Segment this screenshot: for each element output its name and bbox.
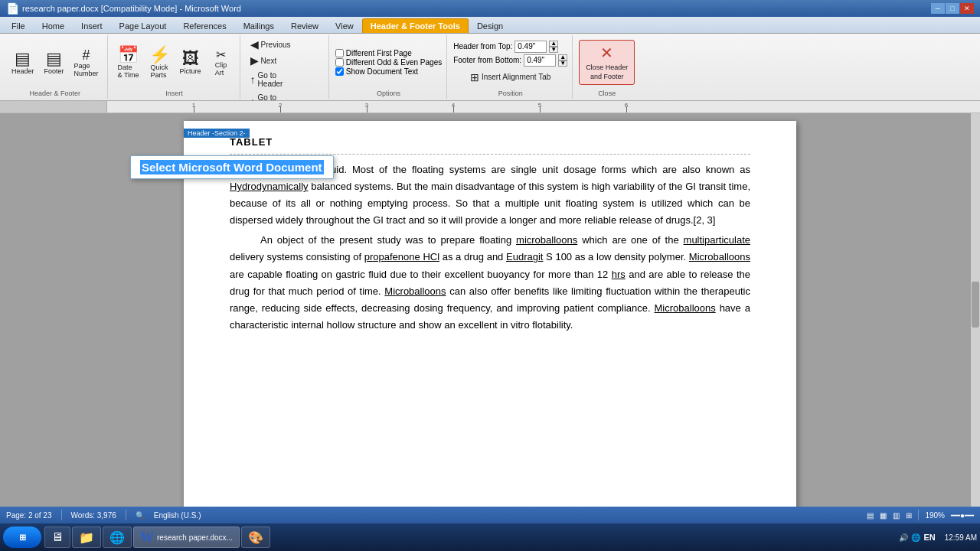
select-dialog-highlight: Select Microsoft Word Document xyxy=(140,160,324,174)
header-section-label: Header -Section 2- xyxy=(184,129,250,138)
alignment-tab-label: Insert Alignment Tab xyxy=(482,73,550,81)
alignment-tab-icon: ⊞ xyxy=(470,72,479,83)
tab-page-layout[interactable]: Page Layout xyxy=(111,18,175,33)
browser-icon: 🌐 xyxy=(109,530,125,545)
show-desktop-icon: 🖥 xyxy=(51,530,64,544)
maximize-button[interactable]: □ xyxy=(946,3,959,14)
options-group-label: Options xyxy=(377,88,400,97)
date-time-button[interactable]: 📅 Date& Time xyxy=(114,44,143,82)
tab-mailings[interactable]: Mailings xyxy=(235,18,283,33)
go-to-header-button[interactable]: ↑ Go toHeader xyxy=(247,69,287,90)
vertical-scrollbar[interactable] xyxy=(971,113,980,534)
system-tray: 🔊 🌐 EN xyxy=(894,533,939,542)
language-text: English (U.S.) xyxy=(154,511,201,520)
body-paragraph-2: An object of the present study was to pr… xyxy=(230,232,750,334)
propafenone-word: propafenone HCl xyxy=(364,251,439,262)
taskbar-word-label: research paper.docx... xyxy=(157,533,233,542)
different-first-page-check[interactable]: Different First Page xyxy=(335,49,442,57)
words-status: Words: 3,976 xyxy=(71,511,116,520)
options-checkboxes: Different First Page Different Odd & Eve… xyxy=(335,37,442,88)
explorer-icon: 📁 xyxy=(79,530,94,545)
ribbon-group-header-footer: ▤ Header ▤ Footer # PageNumber Header & … xyxy=(3,35,108,99)
minimize-button[interactable]: ─ xyxy=(931,3,945,14)
tab-references[interactable]: References xyxy=(175,18,234,33)
multiparticulate-word: multiparticulate xyxy=(684,234,750,246)
page-number-icon: # xyxy=(83,48,90,62)
footer-bottom-spin-down[interactable]: ▼ xyxy=(558,60,567,67)
clip-art-button[interactable]: ✂ ClipArt xyxy=(207,46,235,80)
word-icon: W xyxy=(140,530,154,546)
zoom-level: 190% xyxy=(925,511,945,520)
footer-button[interactable]: ▤ Footer xyxy=(41,47,68,78)
view-icon-4[interactable]: ⊞ xyxy=(906,511,912,520)
goto-header-label: Go toHeader xyxy=(258,71,283,88)
show-document-text-input[interactable] xyxy=(335,67,344,76)
quick-parts-button[interactable]: ⚡ QuickParts xyxy=(145,44,174,82)
different-odd-even-input[interactable] xyxy=(335,58,344,67)
tab-view[interactable]: View xyxy=(327,18,362,33)
view-icon-2[interactable]: ▦ xyxy=(880,511,887,520)
ruler-inner: 1 2 3 4 5 6 xyxy=(107,101,972,112)
date-time-icon: 📅 xyxy=(118,47,139,64)
tab-review[interactable]: Review xyxy=(283,18,327,33)
view-icon-1[interactable]: ▤ xyxy=(867,511,874,520)
next-button[interactable]: ▶ Next xyxy=(247,53,281,68)
goto-header-icon: ↑ xyxy=(250,74,256,85)
view-icon-3[interactable]: ▥ xyxy=(893,511,900,520)
taskbar-word[interactable]: W research paper.docx... xyxy=(133,527,240,548)
hydrodynamically-word: Hydrodynamically xyxy=(230,181,309,192)
document-body[interactable]: stomach fluid. Most of the floating syst… xyxy=(184,158,796,352)
next-label: Next xyxy=(261,57,277,65)
taskbar-browser[interactable]: 🌐 xyxy=(103,527,132,548)
tab-file[interactable]: File xyxy=(3,18,34,33)
tab-home[interactable]: Home xyxy=(34,18,73,33)
next-icon: ▶ xyxy=(250,55,259,66)
start-label: ⊞ xyxy=(19,533,26,543)
header-from-top-input[interactable] xyxy=(514,41,547,53)
taskbar-show-desktop[interactable]: 🖥 xyxy=(44,527,70,548)
ruler: 1 2 3 4 5 6 xyxy=(0,101,980,113)
footer-from-bottom-label: Footer from Bottom: xyxy=(453,56,521,64)
taskbar-photoshop[interactable]: 🎨 xyxy=(241,527,270,548)
tray-icon-2: 🌐 xyxy=(911,533,920,542)
page-number-button[interactable]: # PageNumber xyxy=(70,45,103,80)
tab-design[interactable]: Design xyxy=(469,18,511,33)
date-time-label: Date& Time xyxy=(118,64,139,79)
close-button[interactable]: ✕ xyxy=(960,3,974,14)
status-divider-2 xyxy=(126,510,126,520)
select-microsoft-word-dialog[interactable]: Select Microsoft Word Document xyxy=(130,155,334,179)
position-inputs: Header from Top: ▲ ▼ Footer from Bottom:… xyxy=(453,41,567,85)
scroll-thumb[interactable] xyxy=(972,282,979,328)
header-icon: ▤ xyxy=(15,51,31,67)
start-button[interactable]: ⊞ xyxy=(3,527,41,548)
title-text: research paper.docx [Compatibility Mode]… xyxy=(22,4,241,13)
different-odd-even-check[interactable]: Different Odd & Even Pages xyxy=(335,58,442,67)
different-first-page-input[interactable] xyxy=(335,49,344,57)
microballoons-word-2: Microballoons xyxy=(689,251,750,262)
footer-from-bottom-input[interactable] xyxy=(524,54,556,67)
zoom-slider[interactable]: ━━●━━ xyxy=(951,511,974,520)
document-page: Header -Section 2- TABLET stomach fluid.… xyxy=(184,121,796,534)
taskbar-explorer[interactable]: 📁 xyxy=(72,527,101,548)
footer-from-bottom-row: Footer from Bottom: ▲ ▼ xyxy=(453,54,567,67)
tablet-heading: TABLET xyxy=(230,136,750,148)
picture-button[interactable]: 🖼 Picture xyxy=(176,47,205,78)
photoshop-icon: 🎨 xyxy=(248,530,263,545)
tab-header-footer-tools[interactable]: Header & Footer Tools xyxy=(362,18,469,33)
ribbon-group-options: Different First Page Different Odd & Eve… xyxy=(331,35,447,99)
quick-parts-label: QuickParts xyxy=(151,64,168,79)
status-right: ▤ ▦ ▥ ⊞ 190% ━━●━━ xyxy=(867,510,974,520)
select-dialog-text: Select Microsoft Word Document xyxy=(140,160,324,174)
header-top-spin-down[interactable]: ▼ xyxy=(549,47,558,53)
taskbar-right: 🔊 🌐 EN 12:59 AM xyxy=(894,533,977,543)
header-footer-buttons: ▤ Header ▤ Footer # PageNumber xyxy=(8,37,103,88)
insert-alignment-tab-button[interactable]: ⊞ Insert Alignment Tab xyxy=(453,70,567,85)
previous-button[interactable]: ◀ Previous xyxy=(247,37,295,52)
close-header-footer-button[interactable]: ✕ Close Headerand Footer xyxy=(579,40,635,85)
ribbon-group-navigation: ◀ Previous ▶ Next ↑ Go toHeader ↓ Go toF… xyxy=(242,35,329,99)
header-button[interactable]: ▤ Header xyxy=(8,47,38,78)
footer-bottom-spinners: ▲ ▼ xyxy=(558,54,567,67)
microballoons-word-4: Microballoons xyxy=(655,302,716,314)
tab-insert[interactable]: Insert xyxy=(73,18,111,33)
show-document-text-check[interactable]: Show Document Text xyxy=(335,67,442,76)
